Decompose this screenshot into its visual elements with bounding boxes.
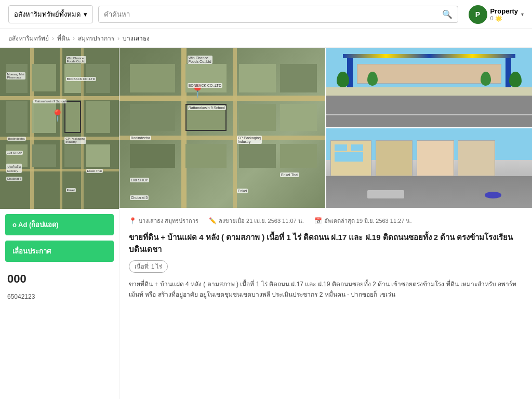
meta-updated-text: อัพเดตล่าสุด 19 มิ.ย. 2563 11:27 น.: [324, 216, 412, 225]
map-label-3: Bodindecha: [7, 137, 26, 141]
map-label-5: Win ChanceFoods Co.,ltd: [66, 56, 87, 63]
breadcrumb-item-district: บางเสาธง: [123, 33, 150, 43]
meta-posted: ✏️ ลงขายเมื่อ 21 เม.ย. 2563 11:07 น.: [209, 216, 304, 225]
account-name: Property: [490, 7, 518, 15]
search-button[interactable]: 🔍: [442, 9, 453, 19]
gallery: 📍 Win ChanceFoods Co.,Ltd BONBACK CO.,LT…: [119, 48, 532, 209]
chevron-down-icon: ▾: [84, 10, 87, 18]
gallery-main-image[interactable]: 📍 Win ChanceFoods Co.,Ltd BONBACK CO.,LT…: [119, 48, 325, 208]
calendar-icon: 📅: [314, 217, 322, 224]
meta-location: 📍 บางเสาธง สมุทรปราการ: [129, 216, 198, 225]
map-label-7: CP PackagingIndustry: [64, 137, 86, 144]
main-content: 📍 Mueang MaiPharmacy Rattanakosin 9 Scho…: [0, 48, 532, 399]
tag-row: เนื้อที่: 1 ไร่: [129, 260, 523, 273]
gallery-thumb-1[interactable]: [326, 48, 532, 127]
phone-number: 65042123: [7, 293, 35, 300]
meta-posted-text: ลงขายเมื่อ 21 เม.ย. 2563 11:07 น.: [219, 216, 304, 225]
map-label-1: Mueang MaiPharmacy: [6, 72, 25, 79]
meta-row: 📍 บางเสาธง สมุทรปราการ ✏️ ลงขายเมื่อ 21 …: [129, 216, 523, 225]
map-label-8: Enkel Thai: [86, 169, 103, 173]
map-label-2: Rattanakosin 9 School: [33, 99, 66, 103]
search-icon: 🔍: [442, 10, 453, 19]
location-icon: 📍: [129, 217, 137, 224]
tag-area: เนื้อที่: 1 ไร่: [129, 260, 168, 273]
account-area[interactable]: P Property 0 🌟 ▾: [469, 5, 524, 24]
breadcrumb-item-land[interactable]: ที่ดิน: [57, 33, 70, 43]
left-panel: 📍 Mueang MaiPharmacy Rattanakosin 9 Scho…: [0, 48, 119, 399]
map-pin: 📍: [50, 109, 64, 123]
search-input[interactable]: [104, 10, 442, 18]
price-section: 000: [0, 267, 119, 291]
breadcrumb: อสังหาริมทรัพย์ › ที่ดิน › สมุทรปราการ ›…: [0, 29, 532, 48]
meta-updated: 📅 อัพเดตล่าสุด 19 มิ.ย. 2563 11:27 น.: [314, 216, 412, 225]
price-value: 000: [7, 272, 112, 286]
breadcrumb-sep-1: ›: [52, 35, 54, 42]
listing-detail: 📍 บางเสาธง สมุทรปราการ ✏️ ลงขายเมื่อ 21 …: [119, 209, 532, 308]
listing-title: ขายที่ดิน + บ้านแฝด 4 หลัง ( ตามสภาพ ) เ…: [129, 232, 523, 255]
map-label-11: 108 SHOP: [6, 151, 23, 155]
meta-location-text: บางเสาธง สมุทรปราการ: [139, 216, 198, 225]
category-label: อสังหาริมทรัพย์ทั้งหมด: [14, 9, 81, 20]
map-area[interactable]: 📍 Mueang MaiPharmacy Rattanakosin 9 Scho…: [0, 48, 119, 209]
promote-button[interactable]: เลื่อนประกาศ: [5, 241, 114, 262]
account-chevron-icon: ▾: [521, 11, 524, 17]
map-label-6: BONBACK CO.,LTD: [66, 77, 96, 81]
contact-section: 65042123: [0, 291, 119, 302]
breadcrumb-sep-2: ›: [73, 35, 75, 42]
breadcrumb-item-realestate[interactable]: อสังหาริมทรัพย์: [8, 33, 49, 43]
map-label-10: ประกิตสิตGrocery: [6, 164, 22, 173]
account-info: Property 0 🌟: [490, 7, 518, 22]
account-logo: P: [469, 5, 487, 24]
breadcrumb-item-province[interactable]: สมุทรปราการ: [78, 33, 114, 43]
category-dropdown[interactable]: อสังหาริมทรัพย์ทั้งหมด ▾: [8, 5, 93, 23]
gallery-thumb-2[interactable]: [326, 128, 532, 208]
listing-description: ขายที่ดิน + บ้านแฝด 4 หลัง ( ตามสภาพ ) เ…: [129, 279, 523, 300]
map-label-4: Chularat 5: [6, 177, 23, 181]
map-label-9: Enkel: [66, 188, 76, 192]
right-panel: 📍 Win ChanceFoods Co.,Ltd BONBACK CO.,LT…: [119, 48, 532, 399]
edit-icon: ✏️: [209, 217, 217, 224]
satellite-map: 📍 Mueang MaiPharmacy Rattanakosin 9 Scho…: [0, 48, 119, 209]
breadcrumb-sep-3: ›: [117, 35, 119, 42]
header: อสังหาริมทรัพย์ทั้งหมด ▾ 🔍 P Property 0 …: [0, 0, 532, 29]
ad-button[interactable]: o Ad (ก็อปแอด): [5, 214, 114, 235]
account-coins: 0 🌟: [490, 15, 518, 22]
search-bar-container: 🔍: [98, 6, 458, 23]
